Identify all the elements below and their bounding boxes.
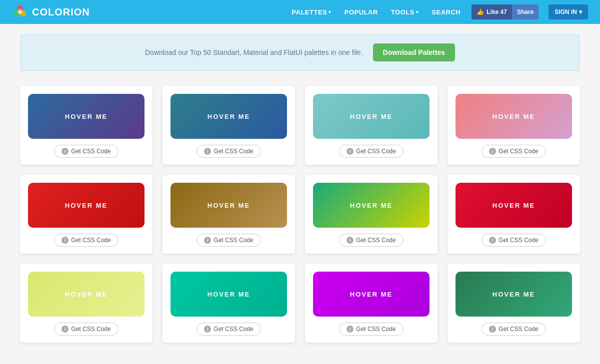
- info-icon: i: [62, 148, 68, 155]
- brand-name: COLORION: [32, 6, 90, 18]
- hover-label: HOVER ME: [492, 202, 535, 209]
- palette-grid: HOVER MEiGet CSS CodeHOVER MEiGet CSS Co…: [0, 81, 600, 353]
- palette-card: HOVER MEiGet CSS Code: [305, 86, 438, 165]
- get-css-label: Get CSS Code: [214, 237, 253, 244]
- hover-label: HOVER ME: [350, 291, 392, 298]
- palette-swatch[interactable]: HOVER ME: [28, 94, 144, 139]
- get-css-button[interactable]: iGet CSS Code: [54, 145, 118, 158]
- get-css-button[interactable]: iGet CSS Code: [482, 145, 546, 158]
- get-css-button[interactable]: iGet CSS Code: [54, 323, 118, 336]
- get-css-button[interactable]: iGet CSS Code: [482, 323, 546, 336]
- palette-card: HOVER MEiGet CSS Code: [20, 86, 152, 165]
- hover-label: HOVER ME: [492, 113, 535, 120]
- brand-logo-link[interactable]: COLORION: [12, 4, 90, 20]
- palette-swatch[interactable]: HOVER ME: [170, 272, 287, 317]
- chevron-down-icon: ▾: [328, 9, 332, 14]
- download-palettes-button[interactable]: Download Palettes: [373, 43, 455, 61]
- palette-card: HOVER MEiGet CSS Code: [20, 175, 152, 254]
- nav-links: PALETTES ▾ POPULAR TOOLS ▾ SEARCH 👍 Like…: [105, 4, 588, 19]
- chevron-down-icon-tools: ▾: [416, 9, 419, 14]
- palette-card: HOVER MEiGet CSS Code: [20, 264, 152, 343]
- palette-swatch[interactable]: HOVER ME: [456, 272, 572, 317]
- palette-card: HOVER MEiGet CSS Code: [162, 86, 295, 165]
- get-css-button[interactable]: iGet CSS Code: [482, 234, 546, 247]
- info-icon: i: [62, 237, 68, 244]
- palette-swatch[interactable]: HOVER ME: [313, 272, 430, 317]
- get-css-button[interactable]: iGet CSS Code: [54, 234, 118, 247]
- hover-label: HOVER ME: [208, 202, 250, 209]
- get-css-label: Get CSS Code: [71, 148, 110, 155]
- get-css-label: Get CSS Code: [498, 148, 538, 155]
- info-icon: i: [489, 326, 496, 333]
- info-icon: i: [346, 148, 354, 155]
- svg-point-4: [18, 10, 22, 14]
- hover-label: HOVER ME: [350, 202, 392, 209]
- get-css-button[interactable]: iGet CSS Code: [339, 145, 403, 158]
- palette-swatch[interactable]: HOVER ME: [170, 183, 287, 228]
- banner-text: Download our Top 50 Standart, Material a…: [145, 48, 363, 56]
- palette-card: HOVER MEiGet CSS Code: [162, 175, 295, 254]
- info-icon: i: [204, 326, 211, 333]
- palette-card: HOVER MEiGet CSS Code: [448, 86, 580, 165]
- nav-palettes[interactable]: PALETTES ▾: [286, 5, 336, 19]
- get-css-button[interactable]: iGet CSS Code: [339, 234, 403, 247]
- palette-card: HOVER MEiGet CSS Code: [162, 264, 295, 343]
- get-css-label: Get CSS Code: [498, 237, 538, 244]
- palette-swatch[interactable]: HOVER ME: [456, 183, 572, 228]
- get-css-label: Get CSS Code: [356, 237, 396, 244]
- palette-swatch[interactable]: HOVER ME: [170, 94, 287, 139]
- get-css-label: Get CSS Code: [214, 326, 253, 333]
- info-icon: i: [62, 326, 68, 333]
- hover-label: HOVER ME: [350, 113, 392, 120]
- get-css-label: Get CSS Code: [71, 326, 110, 333]
- info-icon: i: [346, 326, 354, 333]
- palette-card: HOVER MEiGet CSS Code: [448, 264, 580, 343]
- palette-swatch[interactable]: HOVER ME: [456, 94, 572, 139]
- like-button[interactable]: 👍 Like 47: [472, 4, 512, 19]
- thumbs-up-icon: 👍: [476, 8, 484, 15]
- hover-label: HOVER ME: [65, 291, 108, 298]
- palette-swatch[interactable]: HOVER ME: [28, 272, 144, 317]
- info-icon: i: [489, 237, 496, 244]
- get-css-label: Get CSS Code: [71, 237, 110, 244]
- chevron-down-icon-signin: ▾: [579, 8, 582, 15]
- palette-swatch[interactable]: HOVER ME: [313, 94, 430, 139]
- get-css-button[interactable]: iGet CSS Code: [339, 323, 403, 336]
- share-button[interactable]: Share: [512, 4, 538, 19]
- nav-tools[interactable]: TOOLS ▾: [386, 5, 424, 19]
- get-css-button[interactable]: iGet CSS Code: [196, 145, 260, 158]
- palette-swatch[interactable]: HOVER ME: [28, 183, 144, 228]
- get-css-button[interactable]: iGet CSS Code: [196, 234, 260, 247]
- info-icon: i: [204, 148, 211, 155]
- nav-search[interactable]: SEARCH: [426, 5, 466, 19]
- info-icon: i: [204, 237, 211, 244]
- hover-label: HOVER ME: [492, 291, 535, 298]
- get-css-label: Get CSS Code: [214, 148, 253, 155]
- info-icon: i: [346, 237, 354, 244]
- hover-label: HOVER ME: [208, 113, 250, 120]
- download-banner: Download our Top 50 Standart, Material a…: [20, 34, 580, 71]
- navbar: COLORION PALETTES ▾ POPULAR TOOLS ▾ SEAR…: [0, 0, 600, 24]
- info-icon: i: [489, 148, 496, 155]
- palette-card: HOVER MEiGet CSS Code: [305, 175, 438, 254]
- brand-logo-icon: [12, 4, 28, 20]
- get-css-label: Get CSS Code: [356, 148, 396, 155]
- palette-card: HOVER MEiGet CSS Code: [305, 264, 438, 343]
- palette-card: HOVER MEiGet CSS Code: [448, 175, 580, 254]
- hover-label: HOVER ME: [65, 113, 108, 120]
- get-css-button[interactable]: iGet CSS Code: [196, 323, 260, 336]
- get-css-label: Get CSS Code: [356, 326, 396, 333]
- signin-button[interactable]: SIGN IN ▾: [548, 4, 588, 19]
- nav-popular[interactable]: POPULAR: [340, 5, 383, 19]
- get-css-label: Get CSS Code: [498, 326, 538, 333]
- hover-label: HOVER ME: [65, 202, 108, 209]
- facebook-group: 👍 Like 47 Share: [472, 4, 538, 19]
- palette-swatch[interactable]: HOVER ME: [313, 183, 430, 228]
- hover-label: HOVER ME: [208, 291, 250, 298]
